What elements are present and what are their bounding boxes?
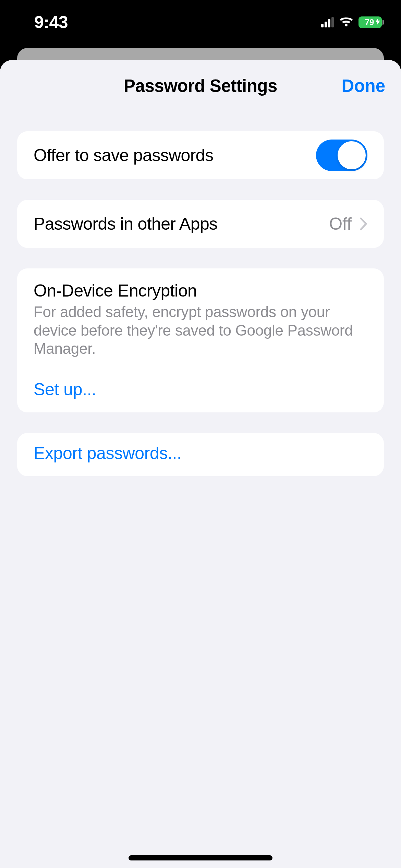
offer-save-group: Offer to save passwords xyxy=(17,131,384,179)
offer-save-label: Offer to save passwords xyxy=(34,145,213,165)
encryption-description: For added safety, encrypt passwords on y… xyxy=(34,303,367,358)
export-passwords-button[interactable]: Export passwords... xyxy=(17,433,384,476)
encryption-group: On-Device Encryption For added safety, e… xyxy=(17,268,384,412)
status-time: 9:43 xyxy=(34,12,68,32)
wifi-icon xyxy=(339,17,354,28)
settings-sheet: Password Settings Done Offer to save pas… xyxy=(0,60,401,868)
home-indicator[interactable] xyxy=(129,855,272,860)
cellular-icon xyxy=(321,17,334,27)
toggle-knob xyxy=(338,141,366,169)
encryption-title: On-Device Encryption xyxy=(34,281,367,301)
setup-button[interactable]: Set up... xyxy=(17,369,384,412)
done-button[interactable]: Done xyxy=(342,76,386,96)
other-apps-row[interactable]: Passwords in other Apps Off xyxy=(17,200,384,248)
offer-save-row: Offer to save passwords xyxy=(17,131,384,179)
sheet-header: Password Settings Done xyxy=(0,60,401,111)
encryption-info: On-Device Encryption For added safety, e… xyxy=(17,268,384,369)
page-title: Password Settings xyxy=(124,76,277,96)
other-apps-value: Off xyxy=(329,214,352,234)
offer-save-toggle[interactable] xyxy=(316,140,367,171)
chevron-right-icon xyxy=(360,217,367,230)
other-apps-label: Passwords in other Apps xyxy=(34,214,218,234)
battery-icon: 79 xyxy=(359,16,384,28)
row-trailing: Off xyxy=(329,214,367,234)
other-apps-group: Passwords in other Apps Off xyxy=(17,200,384,248)
status-bar: 9:43 79 xyxy=(0,0,401,48)
battery-level: 79 xyxy=(365,17,374,27)
status-icons: 79 xyxy=(321,16,384,28)
charging-bolt-icon xyxy=(375,18,380,27)
export-group: Export passwords... xyxy=(17,433,384,476)
